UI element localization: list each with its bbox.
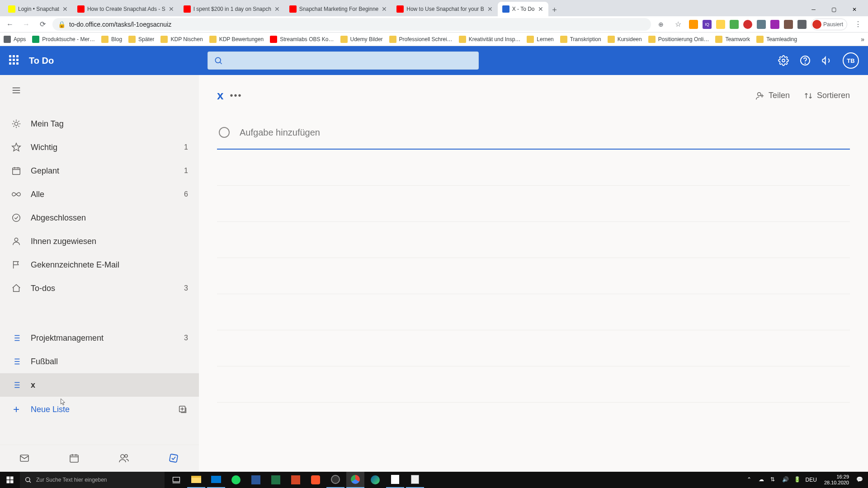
app-launcher-icon[interactable]: [9, 55, 20, 66]
tab-close-icon[interactable]: ✕: [168, 6, 175, 12]
tray-overflow-icon[interactable]: ⌃: [747, 476, 754, 483]
browser-tab[interactable]: Login • Snapchat✕: [4, 2, 73, 16]
bookmark-item[interactable]: Teamwork: [715, 36, 750, 43]
back-button[interactable]: ←: [4, 18, 16, 31]
tray-language[interactable]: DEU: [806, 477, 817, 483]
tab-close-icon[interactable]: ✕: [487, 6, 493, 12]
sidebar-item-infinity[interactable]: Alle6: [0, 183, 199, 206]
tray-onedrive-icon[interactable]: ☁: [759, 476, 766, 483]
sidebar-item-flag[interactable]: Gekennzeichnete E-Mail: [0, 253, 199, 277]
bookmark-item[interactable]: Produktsuche - Mer…: [32, 36, 95, 43]
settings-icon[interactable]: [778, 55, 789, 66]
extension-icon[interactable]: [689, 20, 698, 29]
tray-volume-icon[interactable]: 🔊: [782, 476, 789, 483]
taskbar-app-edge[interactable]: [366, 472, 384, 488]
taskbar-search[interactable]: Zur Suche Text hier eingeben: [20, 472, 165, 488]
browser-tab[interactable]: Snapchat Marketing For Beginne✕: [285, 2, 392, 16]
profile-paused[interactable]: Pausiert: [811, 19, 847, 30]
bookmark-item[interactable]: Später: [128, 36, 154, 43]
bookmark-item[interactable]: Kreativität und Insp…: [459, 36, 521, 43]
extension-icon[interactable]: [770, 20, 779, 29]
sidebar-item-check[interactable]: Abgeschlossen: [0, 206, 199, 230]
bookmarks-overflow-icon[interactable]: »: [861, 36, 864, 43]
task-view-icon[interactable]: [167, 472, 185, 488]
chrome-menu-icon[interactable]: ⋮: [852, 18, 864, 31]
mail-icon[interactable]: [19, 453, 31, 465]
tab-close-icon[interactable]: ✕: [274, 6, 280, 12]
list-title[interactable]: x: [217, 89, 223, 103]
extensions-puzzle-icon[interactable]: [797, 20, 807, 29]
taskbar-app-notepad[interactable]: [386, 472, 404, 488]
bookmark-item[interactable]: Apps: [4, 36, 26, 43]
extension-icon[interactable]: [784, 20, 793, 29]
tray-battery-icon[interactable]: 🔋: [794, 476, 801, 483]
bookmark-item[interactable]: Teamleading: [756, 36, 797, 43]
extension-icon[interactable]: [730, 20, 739, 29]
tray-clock[interactable]: 16:29 28.10.2020: [821, 474, 852, 486]
add-task-input[interactable]: [217, 116, 850, 150]
window-maximize[interactable]: ▢: [824, 3, 844, 16]
sidebar-item-person[interactable]: Ihnen zugewiesen: [0, 230, 199, 253]
taskbar-app-generic[interactable]: [406, 472, 424, 488]
search-input[interactable]: [208, 52, 479, 70]
megaphone-icon[interactable]: [821, 55, 833, 66]
browser-tab[interactable]: How to Use Snapchat for your B✕: [392, 2, 497, 16]
tray-wifi-icon[interactable]: ⇅: [770, 476, 778, 483]
bookmark-star-icon[interactable]: ☆: [672, 18, 684, 31]
taskbar-app-excel[interactable]: [267, 472, 285, 488]
sidebar-list-item[interactable]: x: [0, 373, 199, 397]
tasks-icon[interactable]: [168, 453, 180, 465]
taskbar-app-obs[interactable]: [326, 472, 344, 488]
tray-notifications-icon[interactable]: 💬: [856, 476, 863, 483]
list-options-icon[interactable]: •••: [230, 90, 242, 101]
extension-icon[interactable]: IQ: [703, 20, 712, 29]
extension-icon[interactable]: [743, 20, 752, 29]
new-group-icon[interactable]: [177, 404, 188, 415]
bookmark-item[interactable]: Transkription: [560, 36, 601, 43]
new-tab-button[interactable]: +: [548, 4, 561, 16]
extension-icon[interactable]: [716, 20, 725, 29]
bookmark-item[interactable]: Professionell Schrei…: [389, 36, 453, 43]
window-minimize[interactable]: ─: [803, 3, 824, 16]
taskbar-app-chrome[interactable]: [346, 472, 364, 488]
start-button[interactable]: [0, 472, 20, 488]
user-avatar[interactable]: TB: [843, 52, 859, 69]
tab-close-icon[interactable]: ✕: [381, 6, 387, 12]
taskbar-app-word[interactable]: [247, 472, 265, 488]
extension-icon[interactable]: [757, 20, 766, 29]
share-button[interactable]: Teilen: [755, 91, 790, 101]
browser-tab[interactable]: I spent $200 in 1 day on Snapch✕: [179, 2, 285, 16]
zoom-icon[interactable]: ⊕: [655, 18, 667, 31]
taskbar-app-explorer[interactable]: [187, 472, 205, 488]
bookmark-item[interactable]: Streamlabs OBS Ko…: [270, 36, 334, 43]
browser-tab[interactable]: How to Create Snapchat Ads - S✕: [73, 2, 179, 16]
hamburger-icon[interactable]: [7, 81, 25, 99]
sidebar-list-item[interactable]: Projektmanagement3: [0, 326, 199, 350]
people-icon[interactable]: [118, 453, 130, 465]
add-task-textbox[interactable]: [240, 127, 848, 138]
bookmark-item[interactable]: Kursideen: [608, 36, 642, 43]
reload-button[interactable]: ⟳: [36, 18, 49, 31]
address-bar[interactable]: 🔒 to-do.office.com/tasks/l-1oegsacnuiz: [52, 18, 651, 31]
sidebar-list-item[interactable]: Fußball: [0, 350, 199, 373]
taskbar-app-mail[interactable]: [207, 472, 225, 488]
bookmark-item[interactable]: Blog: [101, 36, 122, 43]
new-list-button[interactable]: + Neue Liste: [0, 397, 199, 422]
bookmark-item[interactable]: KDP Nischen: [160, 36, 203, 43]
tab-close-icon[interactable]: ✕: [62, 6, 68, 12]
taskbar-app-brave[interactable]: [307, 472, 325, 488]
browser-tab[interactable]: X - To Do✕: [498, 2, 548, 16]
sidebar-item-calendar[interactable]: Geplant1: [0, 159, 199, 183]
sidebar-item-star[interactable]: Wichtig1: [0, 136, 199, 159]
sidebar-item-sun[interactable]: Mein Tag: [0, 112, 199, 136]
bookmark-item[interactable]: Lernen: [527, 36, 553, 43]
taskbar-app-spotify[interactable]: [227, 472, 245, 488]
forward-button[interactable]: →: [20, 18, 33, 31]
sort-button[interactable]: Sortieren: [803, 91, 850, 101]
bookmark-item[interactable]: KDP Bewertungen: [209, 36, 264, 43]
taskbar-app-powerpoint[interactable]: [287, 472, 305, 488]
bookmark-item[interactable]: Positionierung Onli…: [648, 36, 709, 43]
bookmark-item[interactable]: Udemy Bilder: [340, 36, 383, 43]
help-icon[interactable]: [799, 55, 811, 66]
tab-close-icon[interactable]: ✕: [538, 6, 544, 12]
